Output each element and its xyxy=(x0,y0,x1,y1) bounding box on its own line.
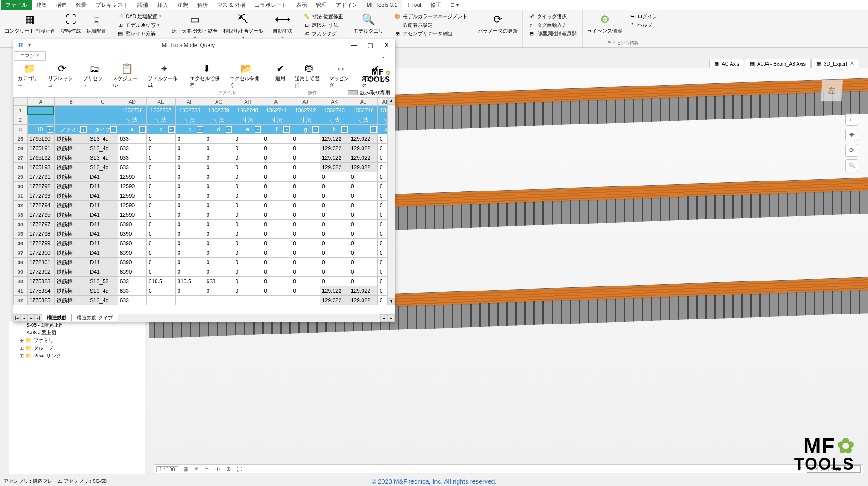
scroll-down-icon[interactable]: ▾ xyxy=(388,298,395,305)
view-tab[interactable]: ▦ 3D_Export ✕ xyxy=(811,59,859,68)
main-tab[interactable]: 設備 xyxy=(133,0,153,10)
nav-wheel[interactable]: ⌂✥⟳🔍 xyxy=(845,113,859,172)
cell[interactable]: 0 xyxy=(204,201,233,210)
cell[interactable]: 0 xyxy=(233,229,262,239)
main-tab[interactable]: プレキャスト xyxy=(91,0,133,10)
cell[interactable]: 0 xyxy=(291,153,320,163)
header-cell[interactable] xyxy=(88,115,118,125)
filter-icon[interactable]: ▾ xyxy=(110,126,117,133)
cell[interactable]: 1765192 xyxy=(27,153,54,163)
col-letter[interactable]: AE xyxy=(146,98,175,106)
cell[interactable]: D41 xyxy=(88,201,118,210)
readonly-toggle[interactable]: 読み取り専用 xyxy=(348,89,390,96)
dialog-ribbon-button[interactable]: 🗂プリセット xyxy=(80,62,109,90)
vc-icon[interactable]: ▦ xyxy=(182,466,189,473)
rebar-display-item[interactable]: ≡鉄筋表示設定 xyxy=(393,21,468,29)
cell[interactable]: 0 xyxy=(320,220,349,229)
cell[interactable]: 鉄筋棒 xyxy=(54,239,88,248)
cell[interactable]: 0 xyxy=(320,182,349,191)
header-cell[interactable]: 1362746 xyxy=(349,106,377,115)
dialog-ribbon-button[interactable]: 📂エクセルを開く xyxy=(227,62,266,90)
dialog-ribbon-button[interactable]: ⛃適用して選択 xyxy=(292,62,326,90)
cell[interactable] xyxy=(291,296,320,305)
cell[interactable]: 0 xyxy=(233,144,262,153)
cell[interactable]: 0 xyxy=(175,286,204,296)
filter-icon[interactable]: ▾ xyxy=(255,126,261,133)
cell[interactable]: 0 xyxy=(204,258,233,267)
header-cell[interactable]: 寸法 xyxy=(291,115,320,125)
cell[interactable]: 129.022 xyxy=(349,286,377,296)
sheet-tab[interactable]: 構造鉄筋 xyxy=(42,314,72,321)
dialog-ribbon-button[interactable]: ↔マッピング xyxy=(326,62,355,90)
maximize-button[interactable]: ▢ xyxy=(362,40,378,51)
cell[interactable]: 0 xyxy=(349,201,377,210)
cell[interactable]: 1765193 xyxy=(27,163,54,172)
header-cell[interactable]: ID▾ xyxy=(27,125,54,134)
cell[interactable] xyxy=(146,296,175,305)
cell[interactable]: 1772801 xyxy=(27,258,54,267)
col-letter[interactable]: B xyxy=(54,98,88,106)
cell[interactable]: 0 xyxy=(233,191,262,201)
login-item[interactable]: ↪ログイン xyxy=(627,12,658,20)
cell[interactable]: 0 xyxy=(175,248,204,258)
cell[interactable]: 0 xyxy=(320,210,349,220)
cell[interactable]: 0 xyxy=(291,277,320,286)
header-cell[interactable]: d▾ xyxy=(204,125,233,134)
scroll-up-icon[interactable]: ▴ xyxy=(388,97,395,105)
cell[interactable]: 1772792 xyxy=(27,182,54,191)
cell[interactable]: 1772799 xyxy=(27,239,54,248)
cell[interactable]: 1775385 xyxy=(27,296,54,305)
row-number[interactable]: 36 xyxy=(14,239,28,248)
header-cell[interactable]: ファミリ▾ xyxy=(54,125,88,134)
cell[interactable]: 0 xyxy=(146,144,175,153)
cell[interactable]: 633 xyxy=(118,144,146,153)
fukashi-tag-item[interactable]: 🏷フカシタグ xyxy=(302,29,344,38)
cell[interactable]: 0 xyxy=(146,229,175,239)
cell[interactable]: 鉄筋棒 xyxy=(54,220,88,229)
cell[interactable]: 0 xyxy=(349,258,377,267)
cell[interactable]: 129.022 xyxy=(349,153,377,163)
cell[interactable]: D41 xyxy=(88,239,118,248)
header-cell[interactable] xyxy=(88,106,118,115)
cell[interactable]: 0 xyxy=(233,153,262,163)
header-cell[interactable]: 寸法 xyxy=(349,115,377,125)
cell[interactable]: 0 xyxy=(146,191,175,201)
cell[interactable]: S13_4d xyxy=(88,296,118,305)
header-cell[interactable]: 寸法 xyxy=(146,115,175,125)
cell[interactable]: 6390 xyxy=(118,229,146,239)
cell[interactable]: 0 xyxy=(204,191,233,201)
header-cell[interactable]: b▾ xyxy=(146,125,175,134)
cell[interactable]: 633 xyxy=(118,286,146,296)
filter-icon[interactable]: ▾ xyxy=(80,126,87,133)
cell[interactable]: 0 xyxy=(320,277,349,286)
cell[interactable]: 316.5 xyxy=(175,277,204,286)
filter-icon[interactable]: ▾ xyxy=(283,126,290,133)
cell[interactable]: 0 xyxy=(175,267,204,277)
cell[interactable]: 1772791 xyxy=(27,172,54,182)
vc-icon[interactable]: ☀ xyxy=(193,466,200,473)
cell[interactable]: 0 xyxy=(262,248,291,258)
cell[interactable]: 0 xyxy=(262,210,291,220)
cell[interactable]: 0 xyxy=(233,220,262,229)
filter-icon[interactable]: ▾ xyxy=(226,126,232,133)
cell[interactable]: 0 xyxy=(233,286,262,296)
col-letter[interactable]: A xyxy=(27,98,54,106)
main-tab[interactable]: T-Tool xyxy=(402,0,426,10)
vc-icon[interactable]: 👁 xyxy=(214,466,222,473)
cell[interactable]: 鉄筋棒 xyxy=(54,191,88,201)
col-letter[interactable] xyxy=(14,98,28,106)
cell[interactable]: 0 xyxy=(175,229,204,239)
cell[interactable]: 0 xyxy=(320,229,349,239)
main-tab[interactable]: 注釈 xyxy=(173,0,193,10)
cell[interactable]: 0 xyxy=(349,220,377,229)
row-number[interactable]: 28 xyxy=(14,163,28,172)
hscroll-right[interactable]: ▸ xyxy=(387,314,395,322)
cell[interactable]: 0 xyxy=(291,258,320,267)
minimize-button[interactable]: — xyxy=(346,40,362,51)
cell[interactable]: 0 xyxy=(233,277,262,286)
main-tab[interactable]: 修正 xyxy=(426,0,446,10)
cell[interactable]: 0 xyxy=(233,248,262,258)
cell[interactable]: 0 xyxy=(204,286,233,296)
browser-parent-node[interactable]: ⊞📁 ファミリ xyxy=(9,337,145,344)
cell[interactable]: 0 xyxy=(175,239,204,248)
